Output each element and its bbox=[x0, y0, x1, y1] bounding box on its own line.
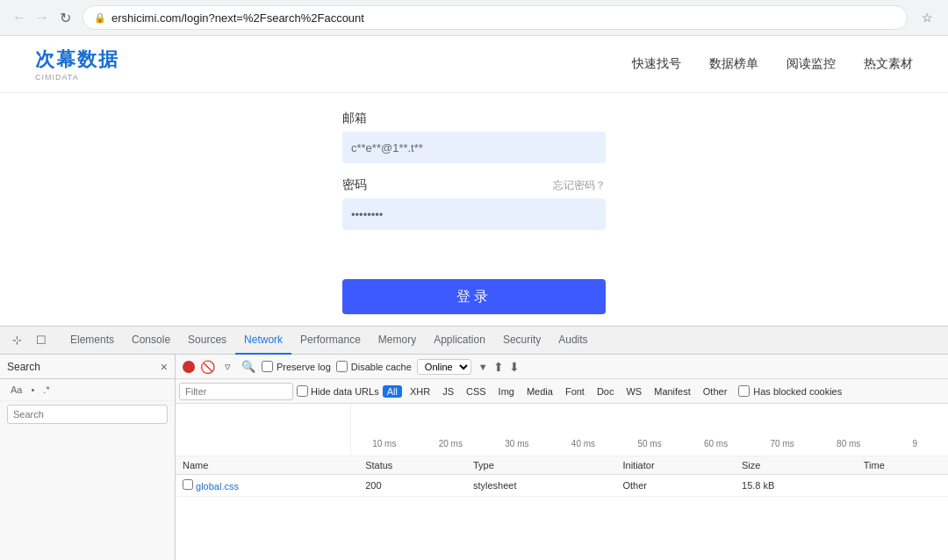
marker-30ms: 30 ms bbox=[484, 439, 550, 449]
col-type[interactable]: Type bbox=[466, 456, 616, 475]
tab-memory[interactable]: Memory bbox=[370, 327, 425, 355]
login-area: 邮箱 密码 忘记密码？ 登录 bbox=[0, 93, 948, 314]
col-time[interactable]: Time bbox=[857, 456, 948, 475]
network-panel: 🚫 ▿ 🔍 Preserve log Disable cache Online … bbox=[176, 355, 948, 560]
timeline-right: 10 ms 20 ms 30 ms 40 ms 50 ms 60 ms 70 m… bbox=[351, 404, 948, 456]
marker-50ms: 50 ms bbox=[616, 439, 683, 449]
address-url: ershicimi.com/login?next=%2Fsearch%2Facc… bbox=[111, 11, 896, 25]
type-other-button[interactable]: Other bbox=[699, 385, 732, 398]
login-button[interactable]: 登录 bbox=[342, 279, 606, 314]
throttle-arrow: ▼ bbox=[478, 362, 488, 372]
timeline-area: 10 ms 20 ms 30 ms 40 ms 50 ms 60 ms 70 m… bbox=[176, 404, 948, 456]
blocked-cookies-checkbox[interactable] bbox=[738, 385, 750, 397]
search-input-row bbox=[0, 401, 175, 427]
network-toolbar: 🚫 ▿ 🔍 Preserve log Disable cache Online … bbox=[176, 355, 948, 379]
cell-size: 15.8 kB bbox=[735, 475, 857, 497]
preserve-log-checkbox[interactable] bbox=[262, 361, 273, 372]
type-css-button[interactable]: CSS bbox=[462, 385, 491, 398]
password-label: 密码 bbox=[342, 177, 367, 193]
col-status[interactable]: Status bbox=[358, 456, 466, 475]
nav-link-data[interactable]: 数据榜单 bbox=[709, 56, 758, 72]
record-button[interactable] bbox=[183, 361, 195, 373]
devtools-left-icons: ⊹ ☐ bbox=[7, 331, 51, 350]
filter-bar: Hide data URLs All XHR JS CSS Img Media … bbox=[176, 379, 948, 404]
search-panel-title: Search bbox=[7, 361, 40, 373]
type-all-button[interactable]: All bbox=[383, 385, 402, 398]
tab-network[interactable]: Network bbox=[235, 327, 291, 355]
col-name[interactable]: Name bbox=[176, 456, 358, 475]
hide-data-urls-checkbox[interactable] bbox=[297, 385, 308, 397]
type-manifest-button[interactable]: Manifest bbox=[650, 385, 695, 398]
email-input[interactable] bbox=[342, 132, 606, 163]
cell-time bbox=[857, 475, 948, 497]
disable-cache-checkbox[interactable] bbox=[336, 361, 348, 372]
clear-button[interactable]: 🚫 bbox=[200, 360, 214, 374]
file-name: global.css bbox=[196, 481, 239, 492]
table-header-row: Name Status Type Initiator Size Time bbox=[176, 456, 948, 475]
logo-sub: CIMIDATA bbox=[35, 73, 119, 82]
upload-icon: ⬆ bbox=[493, 360, 504, 374]
type-media-button[interactable]: Media bbox=[522, 385, 557, 398]
marker-70ms: 70 ms bbox=[749, 439, 815, 449]
search-input[interactable] bbox=[7, 405, 168, 424]
case-sensitive-button[interactable]: Aa bbox=[7, 383, 25, 397]
regex-button[interactable]: .* bbox=[40, 383, 53, 397]
col-initiator[interactable]: Initiator bbox=[615, 456, 735, 475]
password-input[interactable] bbox=[342, 198, 606, 230]
search-options: Aa • .* bbox=[0, 379, 175, 401]
search-panel-header: Search × bbox=[0, 355, 175, 379]
blocked-cookies-label: Has blocked cookies bbox=[738, 385, 842, 397]
tab-performance[interactable]: Performance bbox=[291, 327, 370, 355]
cell-status: 200 bbox=[358, 475, 466, 497]
refresh-button[interactable]: ↻ bbox=[56, 9, 74, 26]
throttle-select[interactable]: Online bbox=[417, 359, 471, 375]
nav-buttons: ← → ↻ bbox=[11, 9, 74, 26]
forward-button[interactable]: → bbox=[33, 9, 51, 26]
logo-text: 次幕数据 bbox=[35, 47, 119, 73]
tab-console[interactable]: Console bbox=[123, 327, 179, 355]
regex-separator: • bbox=[31, 384, 34, 395]
nav-link-reading[interactable]: 阅读监控 bbox=[786, 56, 836, 72]
site-nav: 次幕数据 CIMIDATA 快速找号 数据榜单 阅读监控 热文素材 bbox=[0, 36, 948, 93]
marker-10ms: 10 ms bbox=[351, 439, 418, 449]
marker-20ms: 20 ms bbox=[418, 439, 485, 449]
email-group: 邮箱 bbox=[342, 111, 606, 163]
type-doc-button[interactable]: Doc bbox=[592, 385, 619, 398]
network-table-container: Name Status Type Initiator Size Time bbox=[176, 456, 948, 560]
nav-links: 快速找号 数据榜单 阅读监控 热文素材 bbox=[632, 56, 913, 72]
type-img-button[interactable]: Img bbox=[494, 385, 519, 398]
type-xhr-button[interactable]: XHR bbox=[406, 385, 434, 398]
type-js-button[interactable]: JS bbox=[438, 385, 458, 398]
tab-sources[interactable]: Sources bbox=[179, 327, 235, 355]
browser-toolbar: ← → ↻ 🔒 ershicimi.com/login?next=%2Fsear… bbox=[0, 0, 948, 35]
row-checkbox[interactable] bbox=[183, 479, 193, 490]
cell-name: global.css bbox=[176, 475, 358, 497]
tab-elements[interactable]: Elements bbox=[61, 327, 123, 355]
tab-audits[interactable]: Audits bbox=[549, 327, 596, 355]
filter-input[interactable] bbox=[179, 383, 293, 400]
tab-security[interactable]: Security bbox=[494, 327, 549, 355]
nav-link-quick[interactable]: 快速找号 bbox=[632, 56, 681, 72]
filter-icon-button[interactable]: ▿ bbox=[219, 359, 235, 375]
search-panel-close[interactable]: × bbox=[161, 360, 168, 374]
tab-application[interactable]: Application bbox=[425, 327, 494, 355]
back-button[interactable]: ← bbox=[11, 9, 28, 26]
forgot-password-link[interactable]: 忘记密码？ bbox=[553, 178, 606, 193]
email-label-row: 邮箱 bbox=[342, 111, 606, 126]
table-row[interactable]: global.css 200 stylesheet Other 15.8 kB bbox=[176, 475, 948, 497]
password-group: 密码 忘记密码？ bbox=[342, 177, 606, 230]
hide-data-urls-label: Hide data URLs bbox=[297, 385, 379, 397]
device-toggle-button[interactable]: ☐ bbox=[32, 331, 51, 350]
search-icon-button[interactable]: 🔍 bbox=[241, 359, 256, 375]
table-header: Name Status Type Initiator Size Time bbox=[176, 456, 948, 475]
nav-link-material[interactable]: 热文素材 bbox=[864, 56, 913, 72]
browser-chrome: ← → ↻ 🔒 ershicimi.com/login?next=%2Fsear… bbox=[0, 0, 948, 36]
cursor-tool-button[interactable]: ⊹ bbox=[7, 331, 26, 350]
type-font-button[interactable]: Font bbox=[561, 385, 589, 398]
col-size[interactable]: Size bbox=[735, 456, 857, 475]
type-ws-button[interactable]: WS bbox=[621, 385, 646, 398]
cell-initiator: Other bbox=[615, 475, 735, 497]
address-bar[interactable]: 🔒 ershicimi.com/login?next=%2Fsearch%2Fa… bbox=[83, 5, 908, 30]
bookmark-star-button[interactable]: ☆ bbox=[916, 7, 937, 28]
timeline-markers: 10 ms 20 ms 30 ms 40 ms 50 ms 60 ms 70 m… bbox=[351, 434, 948, 452]
